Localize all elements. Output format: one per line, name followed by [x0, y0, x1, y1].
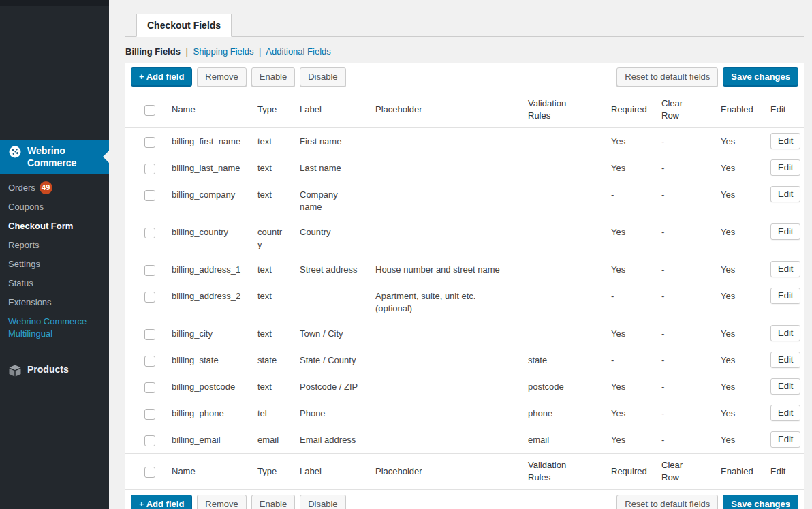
edit-button[interactable]: Edit: [770, 133, 800, 149]
table-row: billing_citytextTown / CityYes-YesEdit: [125, 320, 804, 347]
checkout-fields-panel: + Add field Remove Enable Disable Reset …: [125, 63, 804, 509]
row-checkbox-cell: [125, 320, 163, 347]
sidebar-item-reports[interactable]: Reports: [0, 236, 109, 255]
row-checkbox[interactable]: [144, 164, 155, 174]
sidebar-item-label: Products: [27, 363, 69, 375]
disable-button[interactable]: Disable: [300, 67, 345, 87]
table-row: billing_countrycountryCountryYes-YesEdit: [125, 219, 804, 256]
remove-button[interactable]: Remove: [197, 67, 246, 87]
sidebar-item-webrino-commerce-multilingual[interactable]: Webrino Commerce Multilingual: [0, 312, 109, 343]
sidebar-item-status[interactable]: Status: [0, 274, 109, 293]
table-foot: NameTypeLabelPlaceholderValidation Rules…: [125, 454, 804, 490]
field-placeholder: [367, 181, 520, 219]
enable-button[interactable]: Enable: [251, 495, 295, 509]
subnav-item-billing-fields[interactable]: Billing Fields: [125, 46, 181, 57]
sidebar-spacer: [0, 6, 109, 140]
field-placeholder: [367, 400, 520, 427]
table-row: billing_address_2textApartment, suite, u…: [125, 283, 804, 320]
edit-button[interactable]: Edit: [770, 352, 800, 368]
subnav-item-shipping-fields[interactable]: Shipping Fields: [193, 46, 254, 57]
row-checkbox-cell: [125, 283, 163, 320]
edit-button[interactable]: Edit: [770, 288, 800, 304]
footer-column-header-placeholder: Placeholder: [367, 454, 520, 490]
toolbar-bottom-left: + Add field Remove Enable Disable: [131, 495, 346, 509]
sidebar-item-orders[interactable]: Orders49: [0, 178, 109, 198]
row-checkbox[interactable]: [144, 382, 155, 393]
subnav-separator: |: [259, 46, 261, 57]
sidebar-item-label: Coupons: [8, 202, 44, 212]
column-header-clear-row: Clear Row: [653, 92, 713, 128]
edit-button[interactable]: Edit: [770, 223, 800, 240]
field-label: First name: [292, 128, 367, 155]
enable-button[interactable]: Enable: [251, 67, 295, 87]
sidebar-submenu-row: Reports: [0, 236, 109, 255]
row-checkbox[interactable]: [144, 292, 155, 303]
row-checkbox[interactable]: [144, 356, 155, 367]
edit-button[interactable]: Edit: [770, 325, 800, 341]
sidebar-item-extensions[interactable]: Extensions: [0, 293, 109, 312]
field-label: Country: [292, 219, 367, 256]
field-label: Town / City: [292, 320, 367, 347]
sidebar-item-webrino-commerce[interactable]: Webrino Commerce: [0, 140, 109, 174]
sidebar-item-label: Reports: [8, 240, 40, 250]
add-field-button[interactable]: + Add field: [131, 67, 192, 87]
edit-button[interactable]: Edit: [770, 159, 800, 176]
add-field-button[interactable]: + Add field: [131, 495, 192, 509]
footer-select-all-checkbox[interactable]: [144, 467, 155, 478]
sidebar-item-label: Extensions: [8, 297, 52, 307]
field-required: -: [603, 181, 653, 219]
edit-button[interactable]: Edit: [770, 186, 800, 202]
footer-column-header-label: Label: [292, 454, 367, 490]
field-name: billing_email: [163, 427, 249, 454]
field-required: Yes: [603, 320, 653, 347]
row-checkbox[interactable]: [144, 409, 155, 420]
field-type: tel: [249, 400, 292, 427]
row-checkbox[interactable]: [144, 228, 155, 238]
field-required: Yes: [603, 256, 653, 283]
reset-to-default-button[interactable]: Reset to default fields: [616, 495, 718, 509]
save-changes-button[interactable]: Save changes: [723, 67, 798, 87]
sidebar-submenu-row: Coupons: [0, 198, 109, 217]
field-placeholder: Apartment, suite, unit etc. (optional): [367, 283, 520, 320]
sidebar-item-coupons[interactable]: Coupons: [0, 198, 109, 217]
subnav-item-additional-fields[interactable]: Additional Fields: [266, 46, 330, 57]
footer-header-row: NameTypeLabelPlaceholderValidation Rules…: [125, 454, 804, 490]
sidebar-item-products[interactable]: Products: [0, 358, 109, 382]
field-validation-rules: [520, 181, 603, 219]
table-row: billing_last_nametextLast nameYes-YesEdi…: [125, 155, 804, 181]
footer-column-header-clear-row: Clear Row: [653, 454, 713, 490]
edit-button[interactable]: Edit: [770, 378, 800, 395]
edit-cell: Edit: [762, 347, 804, 373]
field-enabled: Yes: [713, 128, 762, 155]
field-required: -: [603, 347, 653, 373]
row-checkbox-cell: [125, 427, 163, 454]
field-type: country: [249, 219, 292, 256]
table-row: billing_emailemailEmail addressemailYes-…: [125, 427, 804, 454]
field-placeholder: [367, 155, 520, 181]
column-header-name: Name: [163, 92, 249, 128]
select-all-checkbox[interactable]: [144, 105, 155, 116]
row-checkbox[interactable]: [144, 137, 155, 148]
field-placeholder: [367, 219, 520, 256]
row-checkbox[interactable]: [144, 190, 155, 201]
row-checkbox[interactable]: [144, 435, 155, 446]
sidebar-item-settings[interactable]: Settings: [0, 255, 109, 274]
edit-button[interactable]: Edit: [770, 405, 800, 421]
row-checkbox-cell: [125, 347, 163, 373]
tab-checkout-fields[interactable]: Checkout Fields: [136, 14, 232, 37]
edit-button[interactable]: Edit: [770, 431, 800, 448]
row-checkbox-cell: [125, 181, 163, 219]
column-header-placeholder: Placeholder: [367, 92, 520, 128]
sidebar-top-strip: [0, 0, 109, 6]
row-checkbox[interactable]: [144, 265, 155, 276]
disable-button[interactable]: Disable: [300, 495, 345, 509]
edit-button[interactable]: Edit: [770, 261, 800, 277]
remove-button[interactable]: Remove: [197, 495, 246, 509]
field-required: Yes: [603, 219, 653, 256]
admin-sidebar: Webrino Commerce Orders49CouponsCheckout…: [0, 0, 109, 509]
save-changes-button[interactable]: Save changes: [723, 495, 798, 509]
reset-to-default-button[interactable]: Reset to default fields: [616, 67, 718, 87]
sidebar-item-checkout-form[interactable]: Checkout Form: [0, 217, 109, 236]
field-type: text: [249, 256, 292, 283]
row-checkbox[interactable]: [144, 329, 155, 340]
